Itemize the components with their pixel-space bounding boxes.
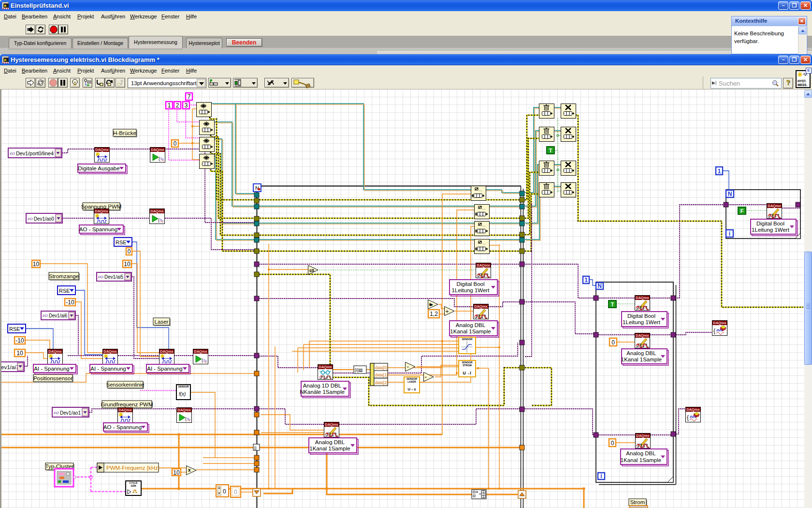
svg-text:1,2: 1,2: [430, 311, 438, 317]
svg-text:2: 2: [176, 102, 179, 109]
svg-text:10: 10: [33, 261, 40, 268]
svg-text:Dev1/port0/line4: Dev1/port0/line4: [16, 150, 54, 156]
svg-text:Stromzange: Stromzange: [49, 273, 79, 279]
svg-text:x: x: [188, 467, 191, 473]
svg-text:[]: []: [254, 446, 256, 450]
svg-text:I/O: I/O: [54, 411, 59, 415]
svg-text:I▶: I▶: [429, 302, 434, 307]
svg-text:1Leitung 1Wert: 1Leitung 1Wert: [752, 227, 790, 233]
svg-text:Dev1/ao0: Dev1/ao0: [34, 216, 54, 222]
svg-text:Positionssensor: Positionssensor: [33, 375, 72, 381]
svg-text:1Leitung 1Wert: 1Leitung 1Wert: [623, 319, 661, 325]
svg-text:AO - Spannung: AO - Spannung: [79, 226, 117, 232]
svg-text:1: 1: [584, 277, 588, 284]
svg-text:STROM: STROM: [463, 364, 472, 367]
svg-text:data[2]: data[2]: [375, 380, 388, 385]
svg-text:U→I: U→I: [463, 371, 471, 375]
svg-text:0: 0: [611, 440, 614, 447]
svg-text:≤0: ≤0: [309, 268, 314, 273]
svg-text:AI - Spannung: AI - Spannung: [147, 366, 183, 372]
svg-text:Dev1/ai5: Dev1/ai5: [104, 274, 123, 280]
svg-text:Digital Bool: Digital Bool: [456, 281, 484, 287]
svg-text:Digitale Ausgabe: Digitale Ausgabe: [78, 165, 119, 171]
svg-text:Digital Bool: Digital Bool: [756, 221, 784, 226]
svg-text:1Kanal 1Sample: 1Kanal 1Sample: [309, 446, 350, 451]
svg-text:I/O: I/O: [10, 151, 15, 156]
svg-text:AI - Spannung: AI - Spannung: [90, 366, 126, 372]
svg-text:10: 10: [124, 261, 130, 268]
svg-text:Analog DBL: Analog DBL: [456, 322, 486, 328]
svg-text:-: -: [425, 374, 427, 379]
svg-text:[I]▤: [I]▤: [355, 368, 362, 373]
svg-text:SENSOR: SENSOR: [462, 338, 473, 341]
svg-text:1Leitung 1Wert: 1Leitung 1Wert: [452, 287, 490, 293]
svg-text:GEN: GEN: [130, 484, 136, 487]
svg-text:data[1]: data[1]: [375, 373, 388, 377]
svg-text:T: T: [549, 148, 552, 153]
svg-text:0: 0: [223, 488, 226, 495]
svg-text:-10: -10: [15, 337, 24, 344]
svg-text:U→s: U→s: [407, 387, 416, 391]
svg-text:I/O: I/O: [28, 217, 33, 221]
svg-text:Dev1/ai6: Dev1/ai6: [49, 313, 67, 318]
svg-text:Analog 1D DBL: Analog 1D DBL: [303, 383, 342, 388]
svg-text:÷: ÷: [446, 308, 449, 314]
svg-text:1: 1: [718, 168, 721, 175]
svg-text:1: 1: [168, 102, 171, 109]
svg-text:data[0]: data[0]: [375, 365, 388, 370]
svg-text:0: 0: [611, 339, 615, 346]
svg-text:0: 0: [128, 248, 131, 255]
svg-text:Digital Bool: Digital Bool: [627, 313, 655, 319]
svg-text:1Kanal 1Sample: 1Kanal 1Sample: [621, 457, 661, 463]
svg-text:0: 0: [234, 489, 237, 495]
svg-text:Dev1/ao1: Dev1/ao1: [60, 410, 81, 416]
svg-text:H-Brücke: H-Brücke: [113, 130, 136, 136]
svg-text:RSE: RSE: [9, 326, 20, 332]
svg-text:T: T: [611, 301, 614, 307]
svg-text:3: 3: [185, 102, 188, 109]
svg-text:I/O: I/O: [98, 275, 103, 279]
svg-text:SENSOR: SENSOR: [178, 385, 189, 388]
svg-text:NKanäle 1Sample: NKanäle 1Sample: [300, 389, 345, 395]
svg-text:Sensorkennlinie: Sensorkennlinie: [106, 382, 144, 388]
svg-text:7: 7: [188, 93, 191, 100]
svg-text:AI - Spannung: AI - Spannung: [34, 366, 70, 372]
svg-text:ev1/ai7: ev1/ai7: [1, 364, 19, 370]
svg-text:-10: -10: [66, 299, 74, 306]
svg-text:I/O: I/O: [43, 314, 48, 318]
svg-text:10: 10: [16, 350, 23, 357]
svg-text:Analog DBL: Analog DBL: [315, 439, 345, 445]
svg-text:Grundfrequenz PWM: Grundfrequenz PWM: [101, 402, 153, 407]
svg-text:F: F: [740, 208, 744, 214]
svg-text:Strom: Strom: [630, 499, 645, 505]
svg-text:PWM-Frequenz [kHz]: PWM-Frequenz [kHz]: [106, 465, 160, 471]
svg-text:N: N: [728, 191, 732, 197]
svg-text:i: i: [600, 473, 602, 479]
svg-text:Analog DBL: Analog DBL: [626, 350, 656, 356]
svg-text:Laser: Laser: [155, 319, 169, 325]
svg-text:1Kanal 1Sample: 1Kanal 1Sample: [450, 329, 491, 334]
svg-text:N: N: [597, 283, 602, 289]
svg-text:AO - Spannung: AO - Spannung: [103, 424, 142, 430]
svg-text:RSE: RSE: [59, 288, 70, 294]
svg-text:1Kanal 1Sample: 1Kanal 1Sample: [621, 357, 662, 362]
svg-text:i: i: [729, 230, 730, 237]
svg-text:f(x): f(x): [179, 391, 186, 397]
svg-text:LASER: LASER: [407, 380, 416, 383]
svg-text:-: -: [407, 363, 409, 369]
svg-text:Analog DBL: Analog DBL: [626, 450, 656, 456]
svg-text:10: 10: [173, 469, 180, 476]
svg-text:0: 0: [174, 140, 177, 147]
svg-text:RSE: RSE: [116, 239, 127, 245]
